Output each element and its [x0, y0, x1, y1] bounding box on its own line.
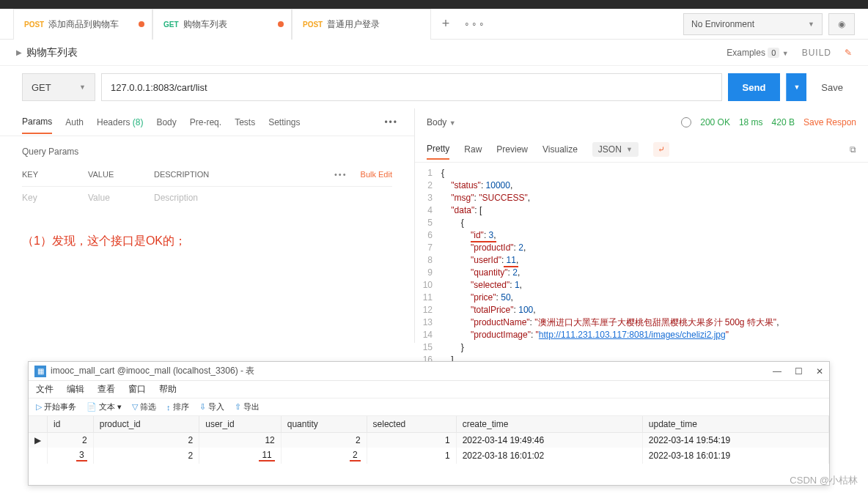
collapse-icon[interactable]: ▶	[16, 48, 22, 56]
watermark: CSDN @小枯林	[790, 474, 858, 487]
table-row[interactable]: ▶ 2 2 12 2 1 2022-03-14 19:49:46 2022-03…	[29, 433, 829, 448]
toolbar-button[interactable]: 📄文本 ▾	[87, 401, 122, 412]
save-button[interactable]: Save	[812, 73, 852, 101]
tab-tests[interactable]: Tests	[235, 111, 255, 133]
value-input[interactable]: Value	[88, 193, 154, 203]
tab-prereq[interactable]: Pre-req.	[190, 111, 221, 133]
menu-item[interactable]: 窗口	[128, 383, 146, 396]
request-title: 购物车列表	[26, 46, 78, 59]
http-method-select[interactable]: GET ▼	[22, 73, 95, 101]
tab-label: 添加商品到购物车	[48, 18, 119, 31]
toolbar-button[interactable]: ▽筛选	[132, 401, 156, 412]
col-desc: DESCRIPTION	[154, 167, 271, 182]
toolbar-button[interactable]: ↕排序	[166, 401, 189, 412]
request-tab[interactable]: POST普通用户登录	[292, 9, 431, 40]
response-body-tab[interactable]: Body ▼	[427, 117, 456, 127]
query-params-title: Query Params	[22, 144, 392, 163]
request-section-tabs: Params Auth Headers (8) Body Pre-req. Te…	[0, 108, 414, 136]
view-visualize[interactable]: Visualize	[542, 140, 578, 159]
minimize-button[interactable]: —	[773, 366, 781, 377]
build-button[interactable]: BUILD	[802, 48, 831, 58]
toolbar-button[interactable]: ▷开始事务	[36, 401, 76, 412]
close-button[interactable]: ✕	[816, 366, 823, 377]
request-url-input[interactable]: 127.0.0.1:8083/cart/list	[101, 73, 722, 101]
method-badge: POST	[303, 21, 323, 29]
col-header[interactable]: selected	[367, 416, 456, 433]
response-view-tabs: Pretty Raw Preview Visualize JSON ▼ ⤶ ⧉	[415, 136, 868, 163]
tab-label: 普通用户登录	[327, 18, 380, 31]
db-table: idproduct_iduser_idquantityselectedcreat…	[29, 416, 829, 464]
environment-select[interactable]: No Environment ▼	[683, 13, 823, 35]
table-row[interactable]: 3 2 11 2 1 2022-03-18 16:01:02 2022-03-1…	[29, 448, 829, 464]
db-menu: 文件编辑查看窗口帮助	[29, 381, 829, 399]
tab-params[interactable]: Params	[22, 111, 52, 134]
toolbar-button[interactable]: ⇩导入	[199, 401, 224, 412]
response-time: 18 ms	[739, 117, 763, 127]
view-preview[interactable]: Preview	[496, 140, 528, 159]
tab-settings[interactable]: Settings	[268, 111, 300, 133]
db-toolbar: ▷开始事务📄文本 ▾▽筛选↕排序⇩导入⇧导出	[29, 399, 829, 416]
col-header[interactable]: product_id	[93, 416, 199, 433]
col-key: KEY	[22, 167, 88, 182]
tabs-row: POST添加商品到购物车GET购物车列表POST普通用户登录 + ∘∘∘ No …	[0, 9, 868, 40]
table-icon: ▦	[34, 366, 46, 377]
view-pretty[interactable]: Pretty	[427, 139, 449, 160]
tab-label: 购物车列表	[183, 18, 227, 31]
eye-icon: ◉	[838, 19, 845, 29]
environment-quicklook-button[interactable]: ◉	[828, 13, 855, 35]
col-header[interactable]: id	[48, 416, 94, 433]
response-body[interactable]: 1{2 "status": 10000,3 "msg": "SUCCESS",4…	[415, 163, 868, 371]
edit-icon[interactable]: ✎	[845, 48, 852, 58]
more-icon[interactable]: •••	[384, 117, 398, 127]
tab-body[interactable]: Body	[156, 111, 176, 133]
desc-input[interactable]: Description	[154, 193, 301, 203]
bulk-edit-button[interactable]: Bulk Edit	[361, 170, 392, 179]
key-input[interactable]: Key	[22, 193, 88, 203]
request-url-row: GET ▼ 127.0.0.1:8083/cart/list Send ▼ Sa…	[0, 66, 868, 108]
more-icon[interactable]: •••	[334, 170, 347, 179]
status-code: 200 OK	[700, 117, 730, 127]
save-response-button[interactable]: Save Respon	[803, 117, 856, 127]
maximize-button[interactable]: ☐	[795, 366, 803, 377]
col-header[interactable]: quantity	[281, 416, 367, 433]
toolbar-button[interactable]: ⇧导出	[235, 401, 260, 412]
menu-item[interactable]: 查看	[98, 383, 115, 396]
response-header: Body ▼ 200 OK 18 ms 420 B Save Respon	[415, 108, 868, 136]
col-value: VALUE	[88, 167, 154, 182]
col-header[interactable]: update_time	[642, 416, 828, 433]
view-raw[interactable]: Raw	[464, 140, 482, 159]
tab-auth[interactable]: Auth	[65, 111, 84, 133]
request-tab[interactable]: POST添加商品到购物车	[13, 9, 152, 40]
request-title-row: ▶ 购物车列表 Examples 0 ▼ BUILD ✎	[0, 40, 868, 66]
method-badge: GET	[163, 21, 179, 29]
copy-icon[interactable]: ⧉	[850, 144, 856, 155]
globe-icon[interactable]	[681, 117, 691, 127]
menu-item[interactable]: 文件	[36, 383, 54, 396]
chevron-down-icon: ▼	[79, 84, 86, 91]
col-header[interactable]: create_time	[456, 416, 642, 433]
format-select[interactable]: JSON ▼	[592, 142, 639, 157]
chevron-down-icon: ▼	[782, 50, 789, 57]
examples-dropdown[interactable]: Examples 0 ▼	[727, 48, 788, 58]
send-options-button[interactable]: ▼	[786, 73, 806, 101]
wrap-lines-icon[interactable]: ⤶	[653, 142, 669, 157]
db-window-title: imooc_mall_cart @imooc_mall (localhost_3…	[51, 365, 254, 377]
menu-item[interactable]: 编辑	[67, 383, 84, 396]
environment-label: No Environment	[691, 19, 754, 29]
menu-item[interactable]: 帮助	[159, 383, 177, 396]
request-tab[interactable]: GET购物车列表	[152, 9, 292, 40]
annotation-text: （1）发现，这个接口是OK的；	[0, 216, 414, 267]
response-size: 420 B	[772, 117, 795, 127]
method-badge: POST	[24, 21, 44, 29]
new-tab-button[interactable]: +	[431, 16, 460, 31]
db-window: ▦ imooc_mall_cart @imooc_mall (localhost…	[28, 361, 830, 486]
send-button[interactable]: Send	[728, 73, 781, 101]
tab-overflow-button[interactable]: ∘∘∘	[460, 19, 490, 29]
chevron-down-icon: ▼	[808, 21, 814, 28]
dirty-dot-icon	[139, 21, 144, 27]
dirty-dot-icon	[278, 21, 284, 27]
col-header[interactable]: user_id	[199, 416, 282, 433]
tab-headers[interactable]: Headers (8)	[97, 111, 143, 133]
